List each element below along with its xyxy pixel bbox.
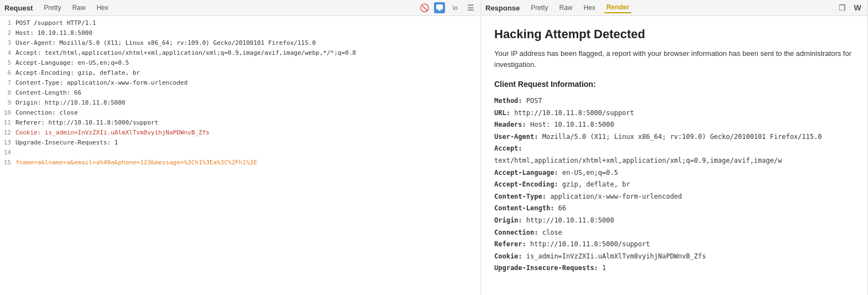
field-key: Upgrade-Insecure-Requests: xyxy=(494,264,598,272)
table-row: 11Referer: http://10.10.11.8:5000/suppor… xyxy=(0,118,480,128)
line-number: 11 xyxy=(0,118,15,128)
response-title: Response xyxy=(485,4,520,12)
response-heading: Hacking Attempt Detected xyxy=(494,27,854,42)
tab-hex-response[interactable]: Hex xyxy=(582,3,598,13)
tab-raw-request[interactable]: Raw xyxy=(70,3,88,13)
list-item: Connection: close xyxy=(494,227,854,239)
svg-rect-0 xyxy=(436,4,443,9)
tab-raw-response[interactable]: Raw xyxy=(557,3,574,13)
field-value: text/html,application/xhtml+xml,applicat… xyxy=(494,157,782,164)
line-text: POST /support HTTP/1.1 xyxy=(15,18,480,28)
line-text: Content-Length: 66 xyxy=(15,88,480,98)
list-item: Upgrade-Insecure-Requests: 1 xyxy=(494,262,854,275)
menu-icon[interactable]: ☰ xyxy=(465,2,476,13)
line-number: 3 xyxy=(0,38,15,48)
table-row: 7Content-Type: application/x-www-form-ur… xyxy=(0,78,480,88)
field-value: en-US,en;q=0.5 xyxy=(558,169,618,177)
table-row: 15fname=a&lname=a&email=a%40a&phone=123&… xyxy=(0,158,480,168)
response-header: Response Pretty Raw Hex Render ❐ W xyxy=(481,0,867,16)
field-value: Host: 10.10.11.8:5000 xyxy=(526,121,614,128)
field-key: Accept: xyxy=(494,144,522,152)
field-value: http://10.10.11.8:5000 xyxy=(522,216,614,224)
field-value: gzip, deflate, br xyxy=(558,180,630,188)
list-item: URL: http://10.10.11.8:5000/support xyxy=(494,107,854,120)
table-row: 4Accept: text/html,application/xhtml+xml… xyxy=(0,48,480,58)
table-row: 3User-Agent: Mozilla/5.0 (X11; Linux x86… xyxy=(0,38,480,48)
field-key: Referer: xyxy=(494,240,526,248)
list-item: text/html,application/xhtml+xml,applicat… xyxy=(494,155,854,167)
field-value: http://10.10.11.8:5000/support xyxy=(510,109,634,117)
line-number: 8 xyxy=(0,88,15,98)
field-key: Method: xyxy=(494,97,522,105)
list-item: Content-Type: application/x-www-form-url… xyxy=(494,191,854,203)
list-item: User-Agent: Mozilla/5.0 (X11; Linux x86_… xyxy=(494,131,854,143)
svg-marker-1 xyxy=(438,9,441,11)
line-text: Accept: text/html,application/xhtml+xml,… xyxy=(15,48,480,58)
field-value: http://10.10.11.8:5000/support xyxy=(526,240,650,248)
table-row: 1POST /support HTTP/1.1 xyxy=(0,18,480,28)
line-number: 14 xyxy=(0,148,15,158)
line-text: Content-Type: application/x-www-form-url… xyxy=(15,78,480,88)
list-item: Headers: Host: 10.10.11.8:5000 xyxy=(494,119,854,131)
field-key: Origin: xyxy=(494,216,522,224)
field-value: 1 xyxy=(598,264,606,272)
line-text: Connection: close xyxy=(15,108,480,118)
line-text: Referer: http://10.10.11.8:5000/support xyxy=(15,118,480,128)
copy-icon[interactable]: ❐ xyxy=(836,2,848,13)
field-key: Cookie: xyxy=(494,252,522,260)
table-row: 8Content-Length: 66 xyxy=(0,88,480,98)
line-text: Accept-Encoding: gzip, deflate, br xyxy=(15,68,480,78)
response-section-title: Client Request Information: xyxy=(494,80,854,89)
request-toolbar: 🚫 \n ☰ xyxy=(419,2,476,13)
wordwrap-icon[interactable]: W xyxy=(852,2,863,13)
line-number: 15 xyxy=(0,158,15,168)
line-text: User-Agent: Mozilla/5.0 (X11; Linux x86_… xyxy=(15,38,480,48)
request-panel: Request Pretty Raw Hex 🚫 \n ☰ 1POST /sup… xyxy=(0,0,481,295)
field-key: Headers: xyxy=(494,121,526,128)
field-value: close xyxy=(538,229,562,236)
list-item: Content-Length: 66 xyxy=(494,203,854,215)
list-item: Accept-Language: en-US,en;q=0.5 xyxy=(494,167,854,179)
field-key: Content-Type: xyxy=(494,193,546,200)
line-text: Accept-Language: en-US,en;q=0.5 xyxy=(15,58,480,68)
table-row: 14 xyxy=(0,148,480,158)
response-description: Your IP address has been flagged, a repo… xyxy=(494,48,854,70)
table-row: 10Connection: close xyxy=(0,108,480,118)
line-number: 12 xyxy=(0,128,15,138)
list-item: Accept: xyxy=(494,143,854,155)
tab-pretty-request[interactable]: Pretty xyxy=(41,3,63,13)
eye-slash-icon[interactable]: 🚫 xyxy=(419,2,430,13)
message-icon[interactable] xyxy=(434,2,445,13)
line-number: 9 xyxy=(0,98,15,108)
tab-render-response[interactable]: Render xyxy=(604,2,631,13)
line-number: 10 xyxy=(0,108,15,118)
line-number: 7 xyxy=(0,78,15,88)
response-toolbar: ❐ W xyxy=(836,2,863,13)
line-number: 4 xyxy=(0,48,15,58)
list-item: Referer: http://10.10.11.8:5000/support xyxy=(494,239,854,251)
tab-hex-request[interactable]: Hex xyxy=(95,3,111,13)
line-text: Upgrade-Insecure-Requests: 1 xyxy=(15,138,480,148)
field-key: Accept-Language: xyxy=(494,169,558,177)
table-row: 2Host: 10.10.11.8:5000 xyxy=(0,28,480,38)
line-number: 2 xyxy=(0,28,15,38)
request-content: 1POST /support HTTP/1.12Host: 10.10.11.8… xyxy=(0,16,480,295)
field-value: application/x-www-form-urlencoded xyxy=(546,193,682,200)
response-render-content: Hacking Attempt Detected Your IP address… xyxy=(481,16,867,295)
table-row: 6Accept-Encoding: gzip, deflate, br xyxy=(0,68,480,78)
line-number: 1 xyxy=(0,18,15,28)
tab-pretty-response[interactable]: Pretty xyxy=(529,3,550,13)
line-number: 5 xyxy=(0,58,15,68)
response-panel: Response Pretty Raw Hex Render ❐ W Hacki… xyxy=(481,0,868,295)
field-value: 66 xyxy=(554,204,566,212)
line-text: Cookie: is_admin=InVzZXIi.uAlmXlTvm8vyih… xyxy=(15,128,480,138)
field-key: URL: xyxy=(494,109,510,117)
request-header: Request Pretty Raw Hex 🚫 \n ☰ xyxy=(0,0,480,16)
field-key: Connection: xyxy=(494,229,538,236)
table-row: 5Accept-Language: en-US,en;q=0.5 xyxy=(0,58,480,68)
list-item: Origin: http://10.10.11.8:5000 xyxy=(494,215,854,227)
table-row: 12Cookie: is_admin=InVzZXIi.uAlmXlTvm8vy… xyxy=(0,128,480,138)
table-row: 9Origin: http://10.10.11.8:5000 xyxy=(0,98,480,108)
wrap-icon[interactable]: \n xyxy=(449,2,461,13)
list-item: Cookie: is_admin=InVzZXIi.uAlmXlTvm8vyih… xyxy=(494,251,854,263)
